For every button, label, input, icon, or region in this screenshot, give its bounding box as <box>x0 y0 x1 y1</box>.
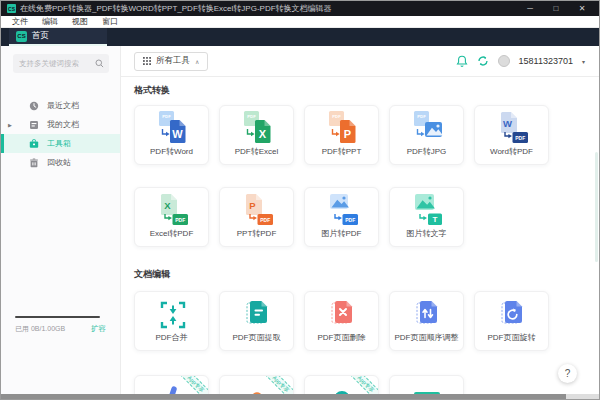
menu-bar: 文件编辑视图窗口 <box>1 16 599 28</box>
expand-caret-icon[interactable]: ▶ <box>8 122 12 128</box>
tool-card-label: PDF页面顺序调整 <box>395 332 459 343</box>
user-avatar[interactable] <box>498 55 510 67</box>
pdf-delete-icon <box>325 292 359 332</box>
menu-item[interactable]: 编辑 <box>35 16 65 28</box>
search-box <box>13 54 109 73</box>
sidebar-item-label: 工具箱 <box>47 138 71 149</box>
search-input[interactable] <box>13 59 95 68</box>
svg-text:PDF: PDF <box>247 113 256 118</box>
tool-card-pdf-extract[interactable]: PDF页面提取 <box>219 291 294 351</box>
pdf-reorder-icon <box>410 292 444 332</box>
tool-card-pdf-to-jpg[interactable]: PDF PDF转JPG <box>389 105 464 165</box>
tool-grid: PDF合并 PDF页面提取 PDF页面删除 PDF页面顺序调整 PDF页面旋转 <box>134 291 562 351</box>
pdf-to-ppt-icon: PDF P <box>324 106 360 146</box>
horizontal-scrollbar[interactable] <box>1 394 599 399</box>
tool-card-ppt-to-pdf[interactable]: P PDFPPT转PDF <box>219 187 294 247</box>
toolbox-icon <box>29 139 39 149</box>
svg-text:P: P <box>249 199 256 210</box>
pdf-extract-icon <box>240 292 274 332</box>
tool-card-label: PDF页面提取 <box>233 332 281 343</box>
document-icon <box>29 120 39 130</box>
tool-card-label: Excel转PDF <box>150 228 194 239</box>
cs-logo-icon: CS <box>16 31 27 42</box>
sidebar-item-document[interactable]: ▶我的文档 <box>1 115 120 134</box>
all-tools-label: 所有工具 <box>156 55 190 67</box>
sidebar-item-trash[interactable]: 回收站 <box>1 153 120 172</box>
tool-card-pdf-rotate[interactable]: PDF页面旋转 <box>474 291 549 351</box>
tool-card-image-to-pdf[interactable]: PDF图片转PDF <box>304 187 379 247</box>
image-to-pdf-icon: PDF <box>324 188 360 228</box>
close-button[interactable]: ✕ <box>569 1 595 16</box>
grid-icon <box>143 57 151 65</box>
tool-card-pdf-merge[interactable]: PDF合并 <box>134 291 209 351</box>
refresh-sync-icon[interactable] <box>477 55 489 67</box>
notification-bell-icon[interactable] <box>456 55 468 68</box>
storage-used-label: 已用 0B/1.00GB <box>15 324 65 334</box>
tool-section: 文档编辑 PDF合并 PDF页面提取 PDF页面删除 PDF页面顺序调整 PDF… <box>134 269 599 351</box>
ppt-to-pdf-icon: P PDF <box>239 188 275 228</box>
tool-card-pdf-reorder[interactable]: PDF页面顺序调整 <box>389 291 464 351</box>
excel-to-pdf-icon: X PDF <box>154 188 190 228</box>
clock-icon <box>29 101 39 111</box>
window-title: 在线免费PDF转换器_PDF转换WORD转PPT_PDF转换Excel转JPG-… <box>20 3 517 14</box>
storage-expand-link[interactable]: 扩容 <box>91 324 106 334</box>
help-button[interactable]: ? <box>558 364 577 383</box>
tool-card-label: PDF合并 <box>156 332 188 343</box>
tool-card-label: PDF转Excel <box>235 146 279 157</box>
tool-card-label: 图片转PDF <box>322 228 362 239</box>
pdf-to-jpg-icon: PDF <box>409 106 445 146</box>
tool-card-pdf-to-word[interactable]: PDF WPDF转Word <box>134 105 209 165</box>
search-icon[interactable] <box>95 59 104 68</box>
word-to-pdf-icon: W PDF <box>494 106 530 146</box>
vertical-scrollbar[interactable] <box>595 82 598 352</box>
trash-icon <box>29 158 39 168</box>
sidebar-item-label: 回收站 <box>47 157 71 168</box>
tool-card-image-to-text[interactable]: T图片转文字 <box>389 187 464 247</box>
section-title: 文档编辑 <box>134 269 599 280</box>
main-area: 所有工具 ∧ 15811323701 ▾ 格式转换 PDF <box>121 46 599 399</box>
tools-content: 格式转换 PDF WPDF转Word PDF XPDF转Excel PDF PP… <box>121 77 599 400</box>
section-title: 格式转换 <box>134 85 599 96</box>
tool-card-pdf-delete[interactable]: PDF页面删除 <box>304 291 379 351</box>
sidebar-item-clock[interactable]: 最近文档 <box>1 96 120 115</box>
tool-card-label: PDF转PPT <box>322 146 362 157</box>
scrollbar-thumb[interactable] <box>1 394 566 399</box>
account-caret-icon[interactable]: ▾ <box>582 58 585 65</box>
sidebar-nav: 最近文档▶我的文档工具箱回收站 <box>1 96 120 172</box>
minimize-button[interactable]: ─ <box>517 1 543 16</box>
account-phone-number[interactable]: 15811323701 <box>519 56 573 66</box>
tool-card-label: Word转PDF <box>490 146 533 157</box>
tool-card-label: PDF转JPG <box>407 146 447 157</box>
sidebar-item-label: 最近文档 <box>47 100 79 111</box>
tool-card-label: PDF转Word <box>150 146 193 157</box>
tool-card-word-to-pdf[interactable]: W PDFWord转PDF <box>474 105 549 165</box>
app-logo-icon: CS <box>7 4 16 13</box>
svg-text:W: W <box>172 127 183 139</box>
sidebar-item-toolbox[interactable]: 工具箱 <box>1 134 120 153</box>
menu-item[interactable]: 文件 <box>5 16 35 28</box>
tool-card-label: PDF页面删除 <box>318 332 366 343</box>
svg-text:PDF: PDF <box>175 216 185 222</box>
svg-text:PDF: PDF <box>417 113 426 118</box>
pdf-merge-icon <box>155 292 189 332</box>
menu-item[interactable]: 窗口 <box>95 16 125 28</box>
tab-home[interactable]: CS 首页 <box>9 28 107 46</box>
title-bar: CS 在线免费PDF转换器_PDF转换WORD转PPT_PDF转换Excel转J… <box>1 1 599 16</box>
app-window: CS 在线免费PDF转换器_PDF转换WORD转PPT_PDF转换Excel转J… <box>0 0 600 400</box>
svg-text:W: W <box>503 117 512 128</box>
tool-card-pdf-to-ppt[interactable]: PDF PPDF转PPT <box>304 105 379 165</box>
tool-card-pdf-to-excel[interactable]: PDF XPDF转Excel <box>219 105 294 165</box>
sidebar-item-label: 我的文档 <box>47 119 79 130</box>
all-tools-button[interactable]: 所有工具 ∧ <box>134 52 208 71</box>
tab-bar: CS 首页 <box>1 28 599 46</box>
tool-card-label: 图片转文字 <box>407 228 447 239</box>
pdf-rotate-icon <box>495 292 529 332</box>
svg-text:PDF: PDF <box>162 113 171 118</box>
storage-panel: 已用 0B/1.00GB 扩容 <box>15 316 106 334</box>
maximize-button[interactable]: □ <box>543 1 569 16</box>
tool-card-excel-to-pdf[interactable]: X PDFExcel转PDF <box>134 187 209 247</box>
tool-grid: PDF WPDF转Word PDF XPDF转Excel PDF PPDF转PP… <box>134 105 562 247</box>
svg-text:PDF: PDF <box>332 113 341 118</box>
svg-text:P: P <box>343 127 350 139</box>
menu-item[interactable]: 视图 <box>65 16 95 28</box>
